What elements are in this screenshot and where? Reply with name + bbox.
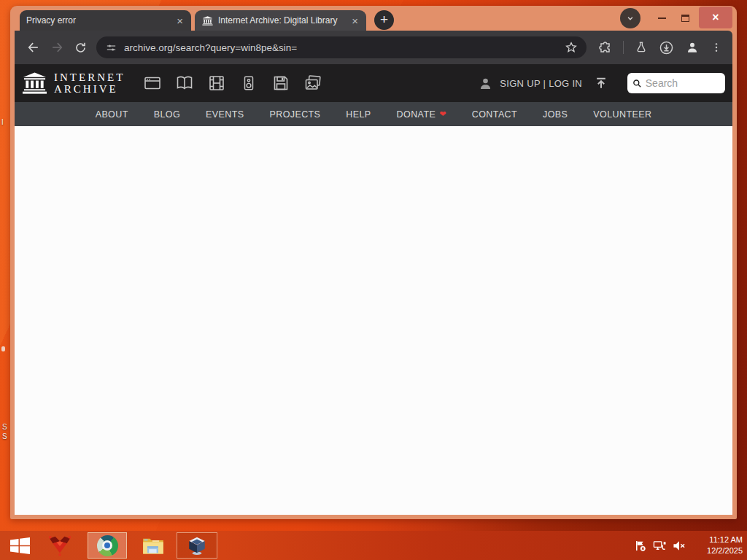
tab-privacy-error[interactable]: Privacy error × bbox=[20, 10, 191, 31]
nav-item-donate[interactable]: DONATE ❤ bbox=[397, 109, 446, 120]
nav-item-jobs[interactable]: JOBS bbox=[543, 109, 568, 120]
minimize-button[interactable] bbox=[652, 9, 671, 28]
clock-time: 11:12 AM bbox=[696, 534, 743, 545]
nav-item-help[interactable]: HELP bbox=[346, 109, 371, 120]
ia-nav: ABOUT BLOG EVENTS PROJECTS HELP DONATE ❤… bbox=[15, 102, 732, 126]
nav-item-volunteer[interactable]: VOLUNTEER bbox=[593, 109, 651, 120]
volume-muted-icon[interactable] bbox=[673, 539, 686, 552]
nav-item-about[interactable]: ABOUT bbox=[96, 109, 128, 120]
nav-item-projects[interactable]: PROJECTS bbox=[269, 109, 320, 120]
maximize-icon bbox=[681, 15, 689, 22]
action-center-flag-icon[interactable] bbox=[633, 539, 646, 552]
chrome-icon bbox=[97, 535, 118, 556]
browser-toolbar: archive.org/search?query=win8pe&sin= bbox=[15, 31, 732, 64]
red-app-taskbar-button[interactable] bbox=[45, 532, 74, 559]
desktop: I S S Privacy error × Internet Archive: … bbox=[0, 0, 747, 560]
ia-logo[interactable]: INTERNET ARCHIVE bbox=[22, 71, 125, 95]
taskbar: 11:12 AM 12/2/2025 bbox=[0, 531, 747, 560]
minimize-icon bbox=[658, 18, 666, 19]
internet-archive-favicon bbox=[201, 15, 213, 26]
windows-logo-icon bbox=[9, 536, 31, 556]
file-explorer-taskbar-button[interactable] bbox=[137, 532, 169, 559]
upload-icon[interactable] bbox=[592, 74, 610, 92]
desktop-icon-label-fragment: I bbox=[1, 118, 4, 126]
new-tab-button[interactable]: + bbox=[374, 10, 394, 30]
nav-item-events[interactable]: EVENTS bbox=[206, 109, 244, 120]
url-text[interactable]: archive.org/search?query=win8pe&sin= bbox=[124, 42, 558, 53]
labs-flask-icon[interactable] bbox=[635, 41, 648, 54]
virtualbox-icon bbox=[187, 535, 207, 556]
tab-strip: Privacy error × Internet Archive: Digita… bbox=[15, 6, 732, 31]
bookmark-star-icon[interactable] bbox=[565, 41, 578, 54]
media-type-icons bbox=[142, 74, 323, 93]
ia-header: INTERNET ARCHIVE bbox=[15, 64, 732, 102]
chrome-taskbar-button-active[interactable] bbox=[88, 532, 127, 559]
images-icon[interactable] bbox=[303, 74, 323, 93]
close-window-button[interactable]: × bbox=[699, 7, 732, 28]
signup-login-link[interactable]: SIGN UP | LOG IN bbox=[500, 78, 582, 89]
start-button[interactable] bbox=[6, 532, 34, 559]
taskbar-clock[interactable]: 11:12 AM 12/2/2025 bbox=[696, 534, 743, 556]
nav-item-label: DONATE bbox=[397, 109, 436, 120]
back-arrow-icon bbox=[26, 40, 41, 55]
reload-button[interactable] bbox=[69, 36, 92, 59]
clock-date: 12/2/2025 bbox=[696, 545, 743, 556]
tab-title: Privacy error bbox=[26, 15, 170, 26]
user-icon bbox=[478, 76, 493, 91]
ia-search-box[interactable] bbox=[627, 73, 725, 93]
site-info-icon bbox=[105, 42, 117, 54]
file-explorer-icon bbox=[142, 536, 164, 555]
desktop-icon-label-fragment: S bbox=[2, 432, 7, 440]
desktop-icon-label-fragment: S bbox=[2, 423, 7, 431]
tab-close-icon[interactable]: × bbox=[350, 15, 360, 26]
toolbar-separator bbox=[623, 41, 624, 54]
window-controls: × bbox=[620, 6, 732, 31]
tab-title: Internet Archive: Digital Library bbox=[218, 15, 345, 26]
tab-search-button[interactable] bbox=[620, 8, 640, 28]
search-icon bbox=[632, 78, 642, 89]
virtualbox-taskbar-button[interactable] bbox=[177, 532, 217, 559]
nav-item-contact[interactable]: CONTACT bbox=[472, 109, 517, 120]
back-button[interactable] bbox=[22, 36, 45, 59]
network-icon[interactable] bbox=[653, 539, 666, 552]
ia-building-icon bbox=[22, 72, 47, 94]
red-faceted-app-icon bbox=[48, 534, 71, 556]
browser-window: Privacy error × Internet Archive: Digita… bbox=[10, 6, 737, 519]
tab-internet-archive[interactable]: Internet Archive: Digital Library × bbox=[195, 10, 366, 31]
maximize-button[interactable] bbox=[676, 9, 694, 28]
ia-search-input[interactable] bbox=[646, 77, 720, 89]
ia-logo-text: INTERNET ARCHIVE bbox=[54, 71, 125, 95]
web-icon[interactable] bbox=[142, 74, 163, 93]
reload-icon bbox=[74, 41, 88, 55]
toolbar-actions bbox=[598, 40, 725, 55]
texts-icon[interactable] bbox=[174, 74, 195, 93]
forward-arrow-icon bbox=[50, 40, 64, 55]
audio-icon[interactable] bbox=[239, 74, 259, 93]
nav-item-blog[interactable]: BLOG bbox=[154, 109, 180, 120]
tab-close-icon[interactable]: × bbox=[175, 15, 185, 26]
forward-button[interactable] bbox=[45, 36, 69, 59]
desktop-icon-fragment bbox=[1, 346, 5, 351]
downloads-icon[interactable] bbox=[659, 40, 674, 55]
software-icon[interactable] bbox=[271, 74, 291, 93]
system-tray: 11:12 AM 12/2/2025 bbox=[633, 534, 743, 556]
video-icon[interactable] bbox=[206, 74, 227, 93]
heart-icon: ❤ bbox=[439, 109, 446, 119]
page-content bbox=[15, 126, 732, 515]
extensions-icon[interactable] bbox=[598, 41, 612, 55]
ia-account-area: SIGN UP | LOG IN bbox=[478, 73, 725, 93]
profile-icon[interactable] bbox=[685, 40, 700, 55]
address-bar[interactable]: archive.org/search?query=win8pe&sin= bbox=[96, 36, 587, 58]
chevron-down-icon bbox=[625, 13, 635, 23]
menu-dots-icon[interactable] bbox=[711, 42, 722, 53]
